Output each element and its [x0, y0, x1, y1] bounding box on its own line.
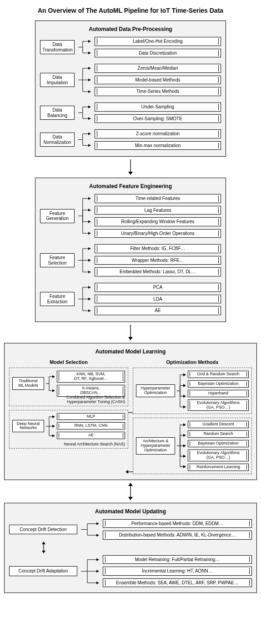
connector	[78, 64, 91, 96]
svg-marker-32	[52, 389, 55, 392]
source-box: Architecture & Hyperparameter Optimizati…	[136, 437, 175, 455]
source-box: Data Normalization	[40, 133, 75, 147]
nas-caption: Neural Architecture Search (NAS)	[64, 442, 125, 447]
source-box: Hyperparameter Optimization	[136, 384, 175, 397]
svg-marker-1	[88, 40, 91, 43]
source-box: Concept Drift Adaptation	[9, 566, 77, 576]
stage3-left-title: Model Selection	[9, 359, 128, 365]
nas-box: Deep Neural NetworksMLPRNN, LSTM, CNNAE …	[9, 410, 128, 449]
targets: Model Retraining: Full/Partial Retrainin…	[103, 555, 252, 588]
svg-marker-37	[52, 415, 55, 418]
svg-marker-11	[88, 133, 91, 135]
targets: Label/One-Hot EncodingData Discretizatio…	[95, 37, 221, 57]
source-box: Feature Extraction	[40, 292, 75, 306]
svg-marker-9	[88, 117, 91, 120]
targets: Z-score normalizationMin-max normalizati…	[95, 129, 221, 150]
mini-group: Deep Neural NetworksMLPRNN, LSTM, CNNAE	[12, 413, 125, 440]
svg-marker-27	[88, 309, 91, 312]
target-box: Bayesian Optimization	[188, 440, 249, 447]
hpo-box: Hyperparameter OptimizationGrid & Random…	[133, 368, 252, 414]
source-box: Deep Neural Networks	[12, 420, 44, 433]
target-box: Embedded Methods: Lasso, DT, DL…	[95, 267, 221, 276]
target-box: Time-Series Methods	[95, 87, 221, 96]
mini-group: Traditional ML ModelsKNN, NB, SVM, DT, R…	[12, 371, 125, 397]
target-box: AE	[57, 432, 125, 439]
target-box: Wrapper Methods: RFE…	[95, 256, 221, 265]
svg-marker-52	[183, 455, 186, 458]
target-box: Grid & Random Search	[188, 371, 249, 378]
svg-marker-64	[96, 558, 99, 561]
svg-marker-4	[88, 67, 91, 70]
connector	[46, 413, 55, 440]
diagram-title: An Overview of The AutoML Pipeline for I…	[3, 7, 258, 14]
target-box: Under-Sampling	[95, 102, 221, 112]
svg-marker-2	[88, 51, 91, 54]
svg-marker-31	[52, 375, 55, 378]
target-box: Distribution-based Methods: ADWIN, IE, K…	[103, 531, 252, 540]
target-box: Zeros/Mean/Median	[95, 64, 221, 73]
target-box: Random Search	[188, 430, 249, 438]
svg-marker-12	[88, 144, 91, 147]
target-box: Rolling/Expanding Window Features	[95, 217, 221, 226]
svg-marker-22	[88, 259, 91, 262]
target-box: Evolutionary Algorithms (GA, PSO…)	[188, 450, 249, 461]
source-box: Traditional ML Models	[12, 377, 44, 390]
target-box: Evolutionary Algorithms (GA, PSO…)	[188, 399, 249, 411]
target-box: Model Retraining: Full/Partial Retrainin…	[103, 555, 252, 564]
targets: KNN, NB, SVM, DT, RF, Xgboost…K-means, D…	[57, 371, 125, 397]
svg-marker-21	[88, 247, 91, 250]
targets: Performance-based Methods: DDM, EDDM…Dis…	[103, 519, 252, 540]
connector	[78, 37, 91, 57]
svg-marker-8	[88, 106, 91, 108]
connector	[78, 102, 91, 123]
svg-marker-42	[183, 384, 186, 387]
svg-marker-17	[88, 209, 91, 211]
cash-box: Traditional ML ModelsKNN, NB, SVM, DT, R…	[9, 368, 128, 406]
target-box: Data Discretization	[95, 49, 221, 58]
target-box: MLP	[57, 413, 125, 420]
target-box: Min-max normalization	[95, 141, 221, 150]
connector	[81, 555, 99, 588]
connector	[177, 371, 186, 411]
svg-marker-29	[128, 337, 133, 340]
arch-hpo-box: Architecture & Hyperparameter Optimizati…	[133, 418, 252, 474]
svg-marker-62	[42, 551, 45, 553]
svg-marker-44	[183, 405, 186, 409]
connector	[177, 421, 186, 470]
connector	[46, 371, 55, 397]
stage4-group: Concept Drift DetectionPerformance-based…	[9, 519, 252, 540]
target-box: Over-Sampling: SMOTE	[95, 114, 221, 123]
source-box: Feature Generation	[40, 209, 75, 223]
target-box: Label/One-Hot Encoding	[95, 37, 221, 46]
stage-feature-engineering: Automated Feature Engineering Feature Ge…	[35, 178, 226, 322]
svg-marker-56	[128, 497, 133, 500]
svg-marker-49	[183, 424, 186, 427]
connector	[78, 194, 91, 238]
stage4-title: Automated Model Updating	[9, 508, 252, 515]
connector	[81, 519, 99, 540]
target-box: Filter Methods: IG, FCBF…	[95, 244, 221, 253]
stage1-title: Automated Data Pre-Processing	[40, 26, 221, 32]
svg-marker-54	[128, 483, 133, 486]
group: Feature SelectionFilter Methods: IG, FCB…	[40, 244, 221, 276]
source-box: Data Balancing	[40, 106, 75, 120]
arrow-down-2	[3, 325, 258, 340]
target-box: Model-based Methods	[95, 76, 221, 85]
connector	[78, 244, 91, 276]
target-box: Bayesian Optimization	[188, 380, 249, 388]
source-box: Feature Selection	[40, 253, 75, 267]
svg-marker-16	[88, 197, 91, 200]
arrow-down-1	[3, 159, 258, 175]
svg-marker-53	[183, 465, 186, 469]
target-box: Hyperband	[188, 390, 249, 397]
svg-marker-14	[128, 172, 133, 175]
targets: Gradient DescentRandom SearchBayesian Op…	[188, 421, 249, 470]
stage-preprocessing: Automated Data Pre-Processing Data Trans…	[35, 20, 226, 157]
svg-marker-23	[88, 271, 91, 273]
svg-marker-19	[88, 232, 91, 235]
target-box: Performance-based Methods: DDM, EDDM…	[103, 519, 252, 528]
target-box: Unary/Binary/High-Order Operations	[95, 229, 221, 238]
target-box: Incremental Learning: HT, AONN…	[103, 567, 252, 576]
stage4-group: Concept Drift AdaptationModel Retraining…	[9, 555, 252, 588]
target-box: LDA	[95, 295, 221, 304]
